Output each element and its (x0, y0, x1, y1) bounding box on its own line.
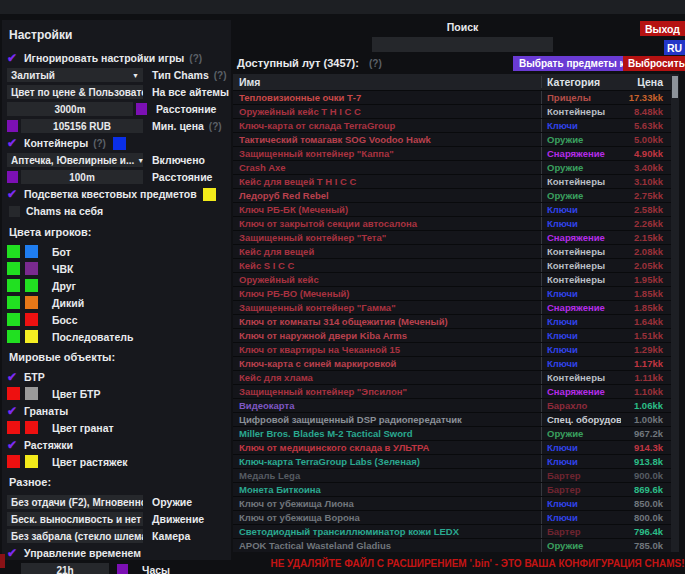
unchecked-checkbox[interactable] (9, 206, 20, 217)
player-color-swatch-primary[interactable] (7, 296, 20, 309)
player-color-swatch-primary[interactable] (7, 330, 20, 343)
checkmark-icon[interactable]: ✔ (7, 137, 24, 149)
table-row[interactable]: Ключ РБ-ВО (Меченый) Ключи 1.85kk (233, 287, 679, 301)
btr-toggle[interactable]: ✔ БТР (7, 370, 231, 384)
camera-dropdown[interactable]: Без забрала (стекло шлема) ▼ (7, 529, 143, 543)
player-color-swatch-secondary[interactable] (25, 330, 38, 343)
containers-color-swatch[interactable] (113, 137, 126, 150)
table-row[interactable]: Ключ-карта от склада TerraGroup Ключи 5.… (233, 119, 679, 133)
distance-input[interactable]: 3000m (7, 102, 133, 116)
table-row[interactable]: Ключ-карта TerraGroup Labs (Зеленая) Клю… (233, 455, 679, 469)
player-color-swatch-primary[interactable] (7, 313, 20, 326)
min-price-color-swatch[interactable] (7, 120, 18, 132)
help-icon[interactable]: (?) (189, 53, 202, 64)
player-color-swatch-primary[interactable] (7, 279, 20, 292)
hours-input[interactable]: 21h (21, 563, 109, 574)
table-row[interactable]: Ключ от убежища Лиона Ключи 850.0k (233, 497, 679, 511)
table-row[interactable]: Ключ от комнаты 314 общежития (Меченый) … (233, 315, 679, 329)
player-color-swatch-primary[interactable] (7, 262, 20, 275)
table-row[interactable]: Ключ РБ-БК (Меченый) Ключи 2.58kk (233, 203, 679, 217)
weapon-dropdown[interactable]: Без отдачи (F2), Мгновенное п ▼ (7, 495, 143, 509)
table-row[interactable]: Crash Axe Оружие 3.40kk (233, 161, 679, 175)
column-header-price[interactable]: Цена (621, 76, 667, 88)
table-row[interactable]: Тактический томагавк SOG Voodoo Hawk Ору… (233, 133, 679, 147)
table-row[interactable]: Защищенный контейнер "Эпсилон" Снаряжени… (233, 385, 679, 399)
grenade-color-swatch-secondary[interactable] (25, 421, 38, 434)
table-row[interactable]: APOK Tactical Wasteland Gladius Оружие 7… (233, 539, 679, 552)
player-color-swatch-primary[interactable] (7, 245, 20, 258)
ignore-game-settings-toggle[interactable]: ✔ Игнорировать настройки игры (?) (7, 51, 231, 65)
table-row[interactable]: Кейс для хлама Контейнеры 1.11kk (233, 371, 679, 385)
checkmark-icon[interactable]: ✔ (7, 188, 24, 200)
table-row[interactable]: Ключ от квартиры на Чеканной 15 Ключи 1.… (233, 343, 679, 357)
btr-color-swatch-primary[interactable] (7, 387, 20, 400)
grenades-toggle[interactable]: ✔ Гранаты (7, 404, 231, 418)
time-control-toggle[interactable]: ✔ Управление временем (7, 546, 231, 560)
checkmark-icon[interactable]: ✔ (7, 371, 24, 383)
table-row[interactable]: Защищенный контейнер "Гамма" Снаряжение … (233, 301, 679, 315)
distance-color-swatch[interactable] (136, 103, 147, 115)
table-row[interactable]: Защищенный контейнер "Каппа" Снаряжение … (233, 147, 679, 161)
tripwire-color-swatch-secondary[interactable] (25, 455, 38, 468)
quest-items-color-swatch[interactable] (203, 188, 216, 201)
table-row[interactable]: Оружейный кейс Контейнеры 1.95kk (233, 273, 679, 287)
color-mode-dropdown[interactable]: Цвет по цене & Пользователь ▼ (7, 85, 143, 99)
table-row[interactable]: Ледоруб Red Rebel Оружие 2.75kk (233, 189, 679, 203)
drop-all-button[interactable]: Выбросить все (623, 56, 685, 71)
table-row[interactable]: Miller Bros. Blades M-2 Tactical Sword О… (233, 427, 679, 441)
help-icon[interactable]: (?) (214, 70, 227, 81)
table-row[interactable]: Ключ от медицинского склада в УЛЬТРА Клю… (233, 441, 679, 455)
help-icon[interactable]: (?) (209, 121, 222, 132)
table-row[interactable]: Оружейный кейс T H I C C Контейнеры 8.48… (233, 105, 679, 119)
table-row[interactable]: Ключ от убежища Ворона Ключи 800.0k (233, 511, 679, 525)
chams-type-dropdown[interactable]: Залитый ▼ (7, 68, 143, 82)
table-row[interactable]: Медаль Lega Бартер 900.0k (233, 469, 679, 483)
table-row[interactable]: Тепловизионные очки Т-7 Прицелы 17.33kk (233, 91, 679, 105)
search-input[interactable] (372, 37, 553, 52)
tripwire-color-swatch-primary[interactable] (7, 455, 20, 468)
table-row[interactable]: Кейс для вещей Контейнеры 2.08kk (233, 245, 679, 259)
player-color-swatch-secondary[interactable] (25, 279, 38, 292)
scrollbar[interactable] (671, 74, 679, 552)
table-row[interactable]: Ключ-карта с синей маркировкой Ключи 1.1… (233, 357, 679, 371)
scrollbar-thumb[interactable] (672, 76, 678, 98)
player-color-swatch-secondary[interactable] (25, 262, 38, 275)
player-color-swatch-secondary[interactable] (25, 245, 38, 258)
grenade-color-swatch-primary[interactable] (7, 421, 20, 434)
help-icon[interactable]: (?) (93, 138, 106, 149)
table-row[interactable]: Видеокарта Барахло 1.06kk (233, 399, 679, 413)
exit-button[interactable]: Выход (640, 21, 685, 36)
player-color-swatch-secondary[interactable] (25, 296, 38, 309)
containers-distance-swatch[interactable] (7, 171, 18, 183)
table-row[interactable]: Цифровой защищенный DSP радиопередатчик … (233, 413, 679, 427)
tripwires-toggle[interactable]: ✔ Растяжки (7, 438, 231, 452)
containers-toggle[interactable]: ✔ Контейнеры (?) (7, 136, 231, 150)
item-category: Оружие (541, 189, 621, 202)
table-row[interactable]: Кейс для вещей T H I C C Контейнеры 3.10… (233, 175, 679, 189)
chams-self-toggle[interactable]: Chams на себя (7, 204, 231, 218)
table-row[interactable]: Ключ от наружной двери Kiba Arms Ключи 1… (233, 329, 679, 343)
table-row[interactable]: Кейс S I C C Контейнеры 2.05kk (233, 259, 679, 273)
help-icon[interactable]: (?) (369, 58, 382, 69)
btr-color-swatch-secondary[interactable] (25, 387, 38, 400)
movement-dropdown[interactable]: Беск. выносливость и нет уста ▼ (7, 512, 143, 526)
item-price: 1.51kk (621, 329, 667, 342)
containers-filter-dropdown[interactable]: Аптечка, Ювелирные и... ▼ (7, 153, 143, 167)
table-row[interactable]: Светодиодный трансиллюминатор кожи LEDX … (233, 525, 679, 539)
min-price-input[interactable]: 105156 RUB (21, 119, 143, 133)
quest-items-toggle[interactable]: ✔ Подсветка квестовых предметов (7, 187, 231, 201)
hours-color-swatch[interactable] (117, 564, 128, 574)
column-header-category[interactable]: Категория (541, 76, 621, 88)
checkmark-icon[interactable]: ✔ (7, 439, 24, 451)
table-row[interactable]: Монета Биткоина Бартер 869.6k (233, 483, 679, 497)
checkmark-icon[interactable]: ✔ (7, 405, 24, 417)
containers-distance-input[interactable]: 100m (21, 170, 143, 184)
checkmark-icon[interactable]: ✔ (7, 547, 24, 559)
item-category: Бартер (541, 525, 621, 538)
player-color-swatch-secondary[interactable] (25, 313, 38, 326)
language-button[interactable]: RU (664, 40, 685, 55)
checkmark-icon[interactable]: ✔ (7, 52, 24, 64)
table-row[interactable]: Ключ от закрытой секции автосалона Ключи… (233, 217, 679, 231)
table-row[interactable]: Защищенный контейнер "Тета" Снаряжение 2… (233, 231, 679, 245)
column-header-name[interactable]: Имя (233, 76, 541, 88)
